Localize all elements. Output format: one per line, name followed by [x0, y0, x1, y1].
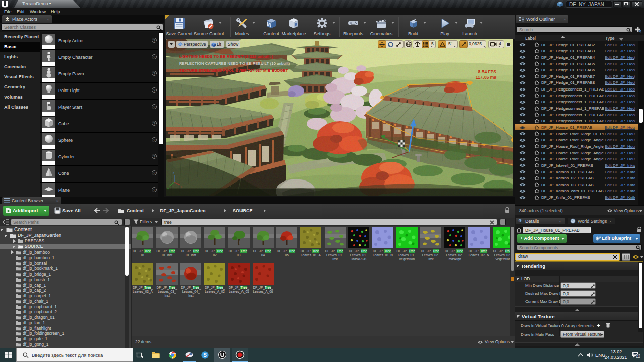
svg-text:S: S	[203, 352, 207, 358]
